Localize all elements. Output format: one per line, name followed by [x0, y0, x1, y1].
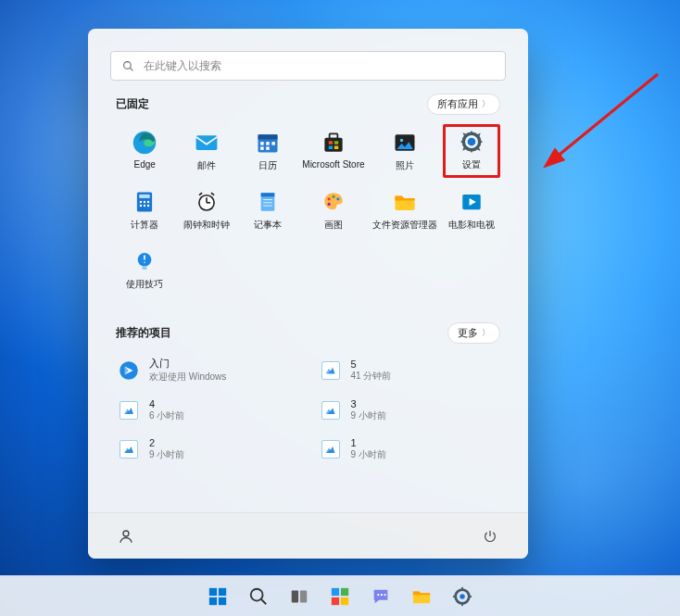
taskbar: [0, 575, 680, 616]
store-icon: [321, 130, 346, 156]
more-button[interactable]: 更多 〉: [447, 322, 500, 344]
svg-point-52: [251, 588, 263, 600]
svg-rect-51: [219, 597, 226, 604]
app-tile-settings[interactable]: 设置: [443, 124, 500, 178]
recommended-item[interactable]: 4 6 小时前: [116, 395, 299, 426]
power-icon: [483, 529, 497, 544]
app-tile-mail[interactable]: 邮件: [177, 124, 234, 178]
image-file-icon: [118, 438, 140, 460]
app-tile-photos[interactable]: 照片: [371, 124, 439, 178]
svg-rect-54: [292, 590, 298, 602]
taskbar-search-button[interactable]: [242, 580, 275, 613]
user-icon: [118, 528, 134, 545]
chevron-right-icon: 〉: [482, 98, 490, 110]
svg-point-24: [144, 201, 145, 203]
recommended-item[interactable]: 3 9 小时前: [318, 395, 501, 426]
svg-point-39: [332, 195, 334, 198]
taskbar-chat-button[interactable]: [364, 580, 397, 613]
search-input[interactable]: [144, 59, 494, 72]
clock-icon: [194, 189, 220, 215]
svg-rect-15: [329, 146, 333, 150]
svg-rect-67: [453, 596, 456, 597]
recommended-item[interactable]: 1 9 小时前: [318, 434, 501, 465]
app-tile-edge[interactable]: Edge: [116, 124, 173, 178]
recommended-item-subtitle: 9 小时前: [351, 409, 386, 422]
recommended-item[interactable]: 入门 欢迎使用 Windows: [116, 353, 299, 387]
app-label: Microsoft Store: [302, 159, 364, 170]
power-button[interactable]: [476, 522, 504, 550]
svg-point-62: [384, 594, 385, 596]
svg-rect-68: [469, 596, 472, 597]
svg-rect-16: [334, 146, 338, 150]
svg-point-41: [327, 203, 330, 206]
windows-icon: [208, 586, 228, 607]
app-label: 电影和电视: [448, 219, 495, 232]
taskbar-taskview-button[interactable]: [283, 580, 316, 613]
recommended-item-title: 5: [351, 358, 392, 370]
calculator-icon: [132, 189, 157, 215]
all-apps-button[interactable]: 所有应用 〉: [427, 94, 500, 115]
svg-point-38: [327, 197, 330, 200]
chevron-right-icon: 〉: [482, 327, 490, 339]
svg-point-18: [399, 139, 403, 143]
taskbar-start-button[interactable]: [201, 580, 234, 613]
svg-rect-22: [140, 195, 150, 198]
folder-icon: [411, 586, 432, 607]
recommended-item-subtitle: 9 小时前: [351, 448, 386, 461]
svg-rect-7: [266, 142, 270, 145]
recommended-item-title: 3: [351, 398, 386, 409]
svg-rect-49: [219, 587, 226, 595]
search-box[interactable]: [110, 51, 506, 81]
app-label: 邮件: [197, 159, 216, 172]
app-label: 计算器: [131, 219, 158, 232]
user-account-button[interactable]: [112, 522, 140, 550]
svg-rect-5: [258, 134, 278, 139]
svg-point-46: [123, 531, 129, 536]
folder-icon: [392, 189, 418, 215]
notepad-icon: [255, 189, 281, 215]
recommended-item-title: 4: [149, 398, 184, 409]
recommended-item[interactable]: 5 41 分钟前: [318, 353, 501, 387]
recommended-item[interactable]: 2 9 小时前: [116, 434, 299, 465]
taskbar-settings-button[interactable]: [446, 580, 479, 613]
settings-icon: [452, 586, 472, 607]
svg-rect-14: [334, 141, 338, 145]
calendar-icon: [255, 130, 281, 156]
recommended-item-subtitle: 9 小时前: [149, 448, 184, 461]
app-tile-alarms[interactable]: 闹钟和时钟: [177, 183, 234, 237]
svg-rect-65: [461, 586, 463, 589]
app-label: 日历: [258, 159, 277, 172]
paint-icon: [321, 189, 346, 215]
recommended-item-title: 1: [351, 437, 386, 448]
svg-line-53: [261, 598, 267, 604]
svg-rect-48: [209, 587, 217, 595]
app-tile-calendar[interactable]: 日历: [239, 124, 296, 178]
app-tile-notepad[interactable]: 记事本: [239, 183, 296, 237]
pinned-section: 已固定 所有应用 〉 Edge 邮件: [88, 81, 528, 296]
task-view-icon: [289, 586, 309, 607]
app-tile-calculator[interactable]: 计算器: [116, 183, 173, 237]
app-tile-explorer[interactable]: 文件资源管理器: [371, 183, 439, 237]
app-tile-store[interactable]: Microsoft Store: [300, 124, 366, 178]
app-label: 文件资源管理器: [372, 219, 437, 232]
app-tile-tips[interactable]: 使用技巧: [116, 243, 173, 296]
svg-rect-12: [330, 133, 338, 138]
svg-point-23: [140, 201, 142, 203]
svg-point-28: [147, 205, 149, 207]
svg-rect-66: [461, 603, 463, 606]
svg-rect-3: [195, 135, 217, 150]
mail-icon: [194, 130, 220, 156]
svg-rect-34: [261, 193, 275, 196]
app-tile-movies[interactable]: 电影和电视: [443, 183, 500, 237]
recommended-item-subtitle: 欢迎使用 Windows: [149, 371, 226, 383]
recommended-section: 推荐的项目 更多 〉 入门 欢迎使用 Windows 5 41: [88, 309, 528, 465]
taskbar-explorer-button[interactable]: [405, 580, 438, 613]
taskbar-widgets-button[interactable]: [323, 580, 357, 613]
app-tile-paint[interactable]: 画图: [300, 183, 366, 237]
app-label: 照片: [396, 159, 414, 172]
widgets-icon: [330, 586, 350, 607]
start-footer: [88, 512, 528, 559]
svg-rect-55: [300, 590, 307, 602]
svg-rect-9: [260, 146, 264, 150]
svg-point-27: [144, 205, 145, 207]
